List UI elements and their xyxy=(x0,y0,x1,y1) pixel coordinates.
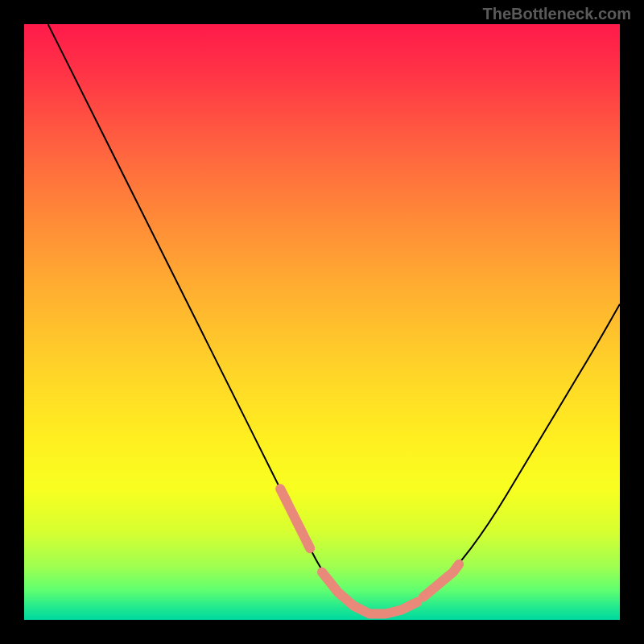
highlight-segment xyxy=(322,572,417,614)
chart-svg xyxy=(24,24,620,620)
highlight-segment xyxy=(423,564,459,597)
watermark-text: TheBottleneck.com xyxy=(483,5,631,23)
highlight-segments xyxy=(280,489,459,613)
bottleneck-curve-line xyxy=(48,24,620,614)
highlight-segment xyxy=(280,489,310,548)
chart-container xyxy=(24,24,620,620)
